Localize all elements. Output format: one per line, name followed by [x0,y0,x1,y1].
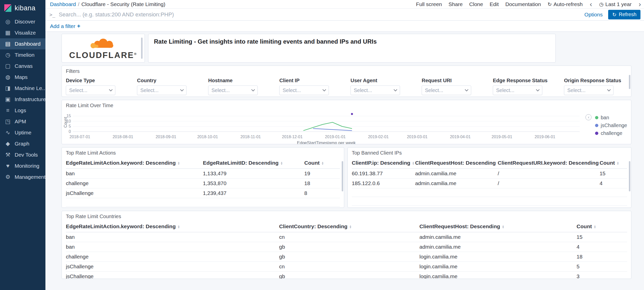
table-cell: gb [279,242,419,252]
auto-refresh-icon: ↻ [548,1,552,7]
filters-row: Device Type Select... Country Select... [62,76,631,95]
sidebar-item-label: Timelion [15,52,35,58]
time-range-picker[interactable]: ◷ Last 1 year [599,1,631,7]
table-row: 60.191.38.77admin.camilia.me/15 [352,169,627,179]
sort-icon[interactable]: ▲▼ [594,225,596,229]
time-back-button[interactable]: ‹ [589,1,593,8]
column-header[interactable]: ClientCountry: Descending▲▼ [279,221,419,232]
client-ip-select[interactable]: Select... [279,85,329,95]
sidebar-item-timelion[interactable]: ◷ Timelion [0,49,45,61]
sort-icon[interactable]: ▲▼ [280,161,283,165]
column-header[interactable]: Count▲▼ [304,157,340,169]
cloudflare-cloud-icon [78,37,128,50]
auto-refresh-button[interactable]: ↻ Auto-refresh [548,1,583,7]
rate-limit-chart[interactable]: 0510152018-07-012018-08-012018-09-012018… [64,110,631,144]
kibana-logo-text: kibana [15,4,36,12]
table-row: 185.122.0.6admin.camilia.me/4 [352,179,627,188]
filters-panel: Filters Device Type Select... Country Se… [62,66,631,97]
table-cell: / [498,179,600,188]
sidebar-item-label: Dashboard [15,41,41,47]
table-cell: gb [279,272,419,279]
origin-response-status-select[interactable]: Select... [564,85,613,95]
column-header[interactable]: EdgeRateLimitAction.keyword: Descending▲… [66,221,279,232]
scrollbar[interactable] [629,75,630,89]
share-button[interactable]: Share [448,1,463,7]
table-cell: challenge [66,179,203,188]
request-uri-select[interactable]: Select... [422,85,471,95]
filter-label: Edge Response Status [493,78,542,83]
breadcrumb-dashboard-link[interactable]: Dashboard [50,1,76,7]
sidebar-item-logs[interactable]: ≡ Logs [0,105,45,116]
sidebar-item-machine-learning[interactable]: ◨ Machine Le... [0,83,45,94]
edit-button[interactable]: Edit [490,1,499,7]
edge-response-status-select[interactable]: Select... [493,85,542,95]
sort-icon[interactable]: ▲▼ [177,225,180,229]
sort-icon[interactable]: ▲▼ [177,161,180,165]
sort-icon[interactable]: ▲▼ [349,225,352,229]
time-forward-button[interactable]: › [638,1,641,8]
legend-item-ban[interactable]: ban [595,115,627,121]
filter-field-country: Country Select... [137,78,186,95]
scrollbar[interactable] [141,38,143,59]
column-header[interactable]: ClientIP.ip: Descending▲▼ [352,157,415,169]
column-header[interactable]: EdgeRateLimitID: Descending▲▼ [203,157,304,169]
search-input[interactable] [59,11,581,18]
options-link[interactable]: Options [584,12,603,18]
breadcrumb-separator: / [78,1,79,7]
clone-button[interactable]: Clone [469,1,483,7]
scrollbar[interactable] [342,161,343,191]
sidebar-item-canvas[interactable]: ▢ Canvas [0,61,45,72]
documentation-link[interactable]: Documentation [505,1,541,7]
column-header[interactable]: Count▲▼ [600,157,627,169]
sidebar-item-dev-tools[interactable]: ⚒ Dev Tools [0,149,45,160]
sidebar-item-visualize[interactable]: ▦ Visualize [0,27,45,38]
country-select[interactable]: Select... [137,85,186,95]
sidebar-item-dashboard[interactable]: ▤ Dashboard [0,38,45,49]
sort-icon[interactable]: ▲▼ [412,161,415,165]
scrollbar[interactable] [629,161,630,191]
sidebar-item-label: Monitoring [15,163,39,169]
filter-field-request-uri: Request URI Select... [422,78,471,95]
top-rate-limit-actions-panel: Top Rate Limit Actions EdgeRateLimitActi… [62,147,344,208]
table-cell: cn [279,232,419,242]
filter-field-hostname: Hostname Select... [208,78,258,95]
full-screen-button[interactable]: Full screen [416,1,442,7]
column-header[interactable]: ClientRequestURI.keyword: Descending▲▼ [498,157,600,169]
canvas-icon: ▢ [4,63,12,69]
table-cell: jsChallenge [66,262,279,272]
legend-color-dot [595,132,598,135]
sort-icon[interactable]: ▲▼ [321,161,324,165]
sidebar-item-apm[interactable]: ◳ APM [0,116,45,127]
sort-icon[interactable]: ▲▼ [502,225,504,229]
logs-icon: ≡ [4,107,12,114]
svg-text:Count: Count [64,117,68,128]
svg-text:2019-01-01: 2019-01-01 [325,135,346,139]
legend-item-jschallenge[interactable]: jsChallenge [595,123,627,128]
markdown-panel: Rate Limiting - Get insights into rate l… [148,34,556,63]
user-agent-select[interactable]: Select... [351,85,400,95]
sidebar-item-monitoring[interactable]: ♥ Monitoring [0,160,45,171]
dashboard-row-1: CLOUDFLARE® Rate Limiting - Get insights… [62,34,631,63]
kibana-home-link[interactable]: kibana [0,0,45,16]
empty-table-row [66,198,340,207]
rate-limit-over-time-panel: Rate Limit Over Time 0510152018-07-01201… [62,100,631,144]
column-header[interactable]: Count▲▼ [577,221,627,232]
hostname-select[interactable]: Select... [208,85,258,95]
column-header[interactable]: ClientRequestHost: Descending▲▼ [419,221,577,232]
sidebar-item-uptime[interactable]: ∿ Uptime [0,127,45,138]
legend-item-challenge[interactable]: challenge [595,130,627,136]
table-cell: 4 [600,179,627,188]
table-cell: 15 [577,232,627,242]
column-header[interactable]: EdgeRateLimitAction.keyword: Descending▲… [66,157,203,169]
column-header[interactable]: ClientRequestHost: Descending▲▼ [415,157,498,169]
sidebar-item-management[interactable]: ⚙ Management [0,171,45,183]
table-cell: gb [279,252,419,262]
sort-icon[interactable]: ▲▼ [617,161,619,165]
sidebar-item-graph[interactable]: ◆ Graph [0,138,45,149]
sidebar-item-maps[interactable]: ◍ Maps [0,72,45,83]
add-filter-link[interactable]: Add a filter + [50,23,80,30]
sidebar-item-discover[interactable]: ◎ Discover [0,16,45,27]
refresh-button[interactable]: ↻ Refresh [608,10,640,19]
device-type-select[interactable]: Select... [66,85,115,95]
sidebar-item-infrastructure[interactable]: ▣ Infrastructure [0,94,45,105]
